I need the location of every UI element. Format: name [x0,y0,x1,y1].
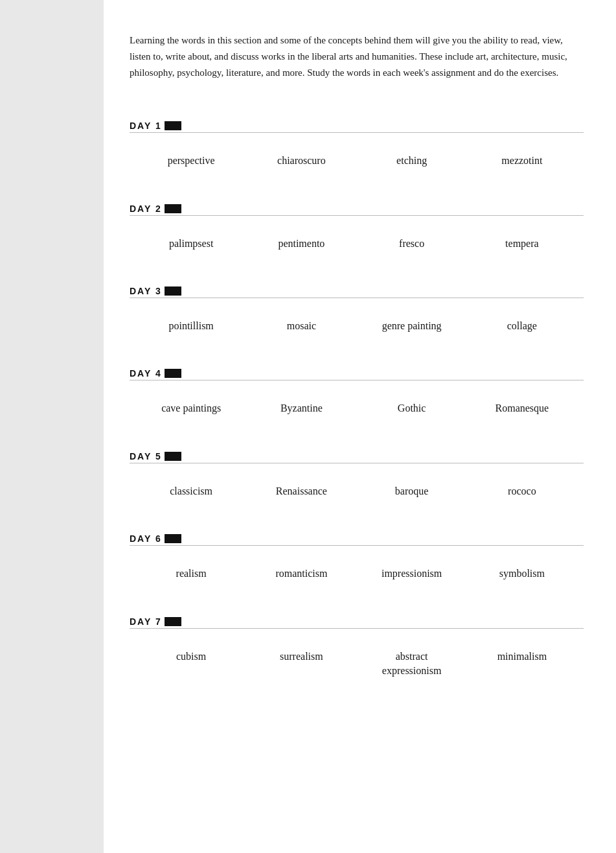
word-cell-2-2: pentimento [246,237,356,251]
words-row-1: perspectivechiaroscuroetchingmezzotint [130,133,584,189]
words-row-7: cubismsurrealismabstractexpressionismmin… [130,629,584,699]
day-block-3 [165,286,181,296]
day-block-1 [165,121,181,130]
word-cell-1-4: mezzotint [467,154,577,168]
day-section-6: DAY 6realismromanticismimpressionismsymb… [130,519,584,602]
word-cell-7-3: abstractexpressionism [357,649,467,679]
word-cell-6-4: symbolism [467,567,577,581]
day-section-1: DAY 1perspectivechiaroscuroetchingmezzot… [130,106,584,189]
day-section-3: DAY 3pointillismmosaicgenre paintingcoll… [130,272,584,354]
day-block-2 [165,204,181,213]
day-label-1: DAY 1 [130,121,162,131]
word-cell-5-4: rococo [467,484,577,498]
day-label-5: DAY 5 [130,451,162,462]
word-cell-2-1: palimpsest [136,237,246,251]
intro-paragraph: Learning the words in this section and s… [130,32,584,80]
day-heading-3: DAY 3 [130,272,584,298]
word-cell-1-2: chiaroscuro [246,154,356,168]
day-label-7: DAY 7 [130,616,162,627]
words-row-6: realismromanticismimpressionismsymbolism [130,546,584,602]
word-cell-3-4: collage [467,319,577,333]
day-heading-2: DAY 2 [130,189,584,216]
word-cell-4-3: Gothic [357,401,467,415]
word-cell-6-2: romanticism [246,567,356,581]
word-cell-3-2: mosaic [246,319,356,333]
day-heading-1: DAY 1 [130,106,584,133]
day-heading-5: DAY 5 [130,437,584,463]
word-cell-5-1: classicism [136,484,246,498]
day-block-4 [165,369,181,378]
words-row-4: cave paintingsByzantineGothicRomanesque [130,380,584,436]
word-cell-4-4: Romanesque [467,401,577,415]
day-label-2: DAY 2 [130,204,162,214]
word-cell-7-1: cubism [136,649,246,679]
day-block-6 [165,534,181,543]
left-sidebar [0,0,104,853]
words-row-5: classicismRenaissancebaroquerococo [130,463,584,519]
word-cell-6-3: impressionism [357,567,467,581]
day-section-2: DAY 2palimpsestpentimentofrescotempera [130,189,584,272]
day-block-5 [165,452,181,461]
word-cell-3-3: genre painting [357,319,467,333]
day-block-7 [165,617,181,626]
word-cell-1-1: perspective [136,154,246,168]
word-cell-3-1: pointillism [136,319,246,333]
word-cell-4-2: Byzantine [246,401,356,415]
word-cell-5-2: Renaissance [246,484,356,498]
day-heading-7: DAY 7 [130,602,584,629]
day-heading-4: DAY 4 [130,354,584,380]
main-content: Learning the words in this section and s… [104,0,616,853]
word-cell-2-3: fresco [357,237,467,251]
day-heading-6: DAY 6 [130,519,584,546]
day-section-5: DAY 5classicismRenaissancebaroquerococo [130,437,584,519]
page-container: Learning the words in this section and s… [0,0,616,853]
words-row-3: pointillismmosaicgenre paintingcollage [130,298,584,354]
word-cell-7-2: surrealism [246,649,356,679]
day-section-4: DAY 4cave paintingsByzantineGothicRomane… [130,354,584,436]
day-label-6: DAY 6 [130,533,162,544]
day-label-4: DAY 4 [130,368,162,379]
day-label-3: DAY 3 [130,286,162,296]
word-cell-1-3: etching [357,154,467,168]
word-cell-5-3: baroque [357,484,467,498]
words-row-2: palimpsestpentimentofrescotempera [130,216,584,272]
days-container: DAY 1perspectivechiaroscuroetchingmezzot… [130,106,584,699]
word-cell-7-4: minimalism [467,649,577,679]
word-cell-6-1: realism [136,567,246,581]
word-cell-4-1: cave paintings [136,401,246,415]
word-cell-2-4: tempera [467,237,577,251]
day-section-7: DAY 7cubismsurrealismabstractexpressioni… [130,602,584,699]
